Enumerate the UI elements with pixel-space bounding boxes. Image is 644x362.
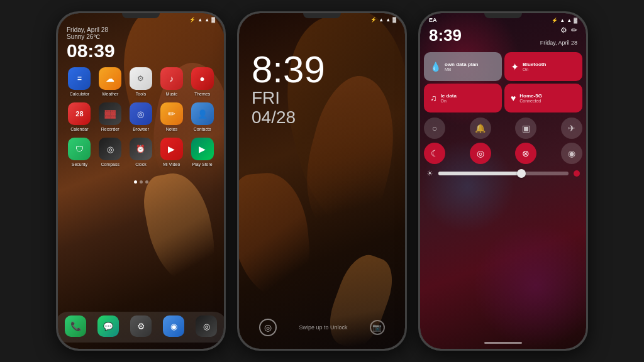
- phone2-screen: ⚡ ▲ ▲ ▓ 8:39 FRI 04/28 ◎ Swipe up to Unl…: [239, 13, 405, 349]
- tools-label: Tools: [136, 92, 146, 96]
- bluetooth-tile-icon: ✦: [511, 61, 519, 73]
- lock-camera-button[interactable]: 📷: [370, 320, 385, 335]
- app-tools[interactable]: ⚙ Tools: [127, 67, 155, 96]
- toggle-dnd[interactable]: ☾: [424, 143, 445, 164]
- dock-camera-icon: ◎: [196, 315, 217, 337]
- dock-phone[interactable]: 📞: [62, 315, 89, 339]
- wifi-tile[interactable]: ♥ Home-5G Connected: [504, 84, 582, 112]
- mivideo-label: Mi Video: [163, 162, 180, 167]
- mivideo-icon: ▶: [160, 138, 183, 160]
- dock-camera[interactable]: ◎: [192, 315, 220, 339]
- brightness-fill: [438, 172, 523, 175]
- dock-whatsapp[interactable]: 💬: [94, 315, 122, 339]
- mobile-data-tile[interactable]: ♫ le data On: [424, 84, 502, 112]
- cc-bluetooth-icon: ⚡: [552, 18, 558, 23]
- app-calendar[interactable]: 28 Calendar: [65, 102, 93, 131]
- app-notes[interactable]: ✏ Notes: [158, 102, 186, 131]
- signal-icon: ▲: [197, 17, 203, 23]
- lock-wifi-icon: ▲: [386, 17, 391, 23]
- cc-status-icons: ⚡ ▲ ▲ ▓: [552, 18, 577, 23]
- cc-time-row: 8:39 ⚙ ✏ Friday, April 28: [420, 25, 586, 50]
- security-icon: 🛡: [68, 138, 91, 160]
- brightness-control: ☀: [420, 165, 586, 182]
- data-title: own data plan: [445, 62, 496, 68]
- weather-icon: ☁: [99, 67, 121, 90]
- app-compass[interactable]: ◎ Compass: [96, 138, 124, 167]
- bluetooth-icon: ⚡: [189, 17, 196, 23]
- mobile-data-title: le data: [441, 93, 496, 99]
- recorder-icon: ▓▓: [99, 102, 121, 125]
- calendar-icon: 28: [68, 102, 91, 125]
- dot-1: [134, 180, 137, 184]
- app-security[interactable]: 🛡 Security: [65, 138, 93, 167]
- toggle-airplane[interactable]: ✈: [561, 118, 582, 139]
- notes-icon: ✏: [160, 102, 183, 125]
- toggle-vibrate[interactable]: ○: [424, 118, 445, 139]
- lock-day: FRI: [252, 89, 325, 108]
- cc-bg-blob-2: [473, 223, 586, 349]
- wifi-tile-icon: ♥: [511, 93, 516, 103]
- weather-label: Weather: [102, 92, 118, 96]
- app-browser[interactable]: ◎ Browser: [127, 102, 155, 131]
- clock-display: 08:39: [67, 40, 215, 61]
- data-text: own data plan MB: [445, 62, 496, 72]
- cc-battery-icon: ▓: [574, 18, 577, 23]
- battery-icon: ▓: [211, 17, 215, 23]
- dock-themes[interactable]: ◉: [160, 315, 187, 339]
- app-clock[interactable]: ⏰ Clock: [127, 138, 155, 167]
- slider-thumb[interactable]: [517, 169, 526, 178]
- dock-themes-icon: ◉: [163, 315, 184, 337]
- app-contacts[interactable]: 👤 Contacts: [189, 102, 216, 131]
- slider-end-indicator: [574, 170, 580, 177]
- app-mivideo[interactable]: ▶ Mi Video: [158, 138, 186, 167]
- compass-label: Compass: [101, 162, 119, 167]
- phone-3: EA ⚡ ▲ ▲ ▓ 8:39 ⚙ ✏ Friday, April 28: [418, 11, 588, 351]
- lock-signal-icon: ▲: [379, 17, 384, 23]
- music-icon: ♪: [160, 67, 183, 90]
- app-calculator[interactable]: = Calculator: [65, 67, 93, 96]
- dock-settings[interactable]: ⚙: [127, 315, 155, 339]
- app-grid: = Calculator ☁ Weather ⚙ Tools ♪ Music ●: [58, 62, 224, 178]
- brightness-slider[interactable]: [438, 172, 569, 175]
- fingerprint-button[interactable]: ◎: [259, 319, 277, 336]
- toggle-screen[interactable]: ▣: [515, 118, 536, 139]
- wifi-text: Home-5G Connected: [519, 93, 576, 104]
- cc-status-bar: EA ⚡ ▲ ▲ ▓: [420, 13, 586, 25]
- app-recorder[interactable]: ▓▓ Recorder: [96, 102, 124, 131]
- toggle-bell[interactable]: 🔔: [470, 118, 491, 139]
- lock-bottom-row: ◎ Swipe up to Unlock 📷: [259, 319, 385, 336]
- bluetooth-tile[interactable]: ✦ Bluetooth On: [504, 52, 582, 81]
- app-weather[interactable]: ☁ Weather: [96, 67, 124, 96]
- calculator-label: Calculator: [70, 92, 90, 96]
- toggle-nfc[interactable]: ⊗: [515, 143, 536, 164]
- app-themes[interactable]: ● Themes: [189, 67, 216, 96]
- playstore-icon: ▶: [191, 138, 214, 160]
- bluetooth-title: Bluetooth: [523, 62, 576, 68]
- lock-battery-icon: ▓: [392, 17, 396, 23]
- clock-icon: ⏰: [130, 138, 152, 160]
- cc-wifi-icon: ▲: [567, 18, 572, 23]
- phone-1: ⚡ ▲ ▲ ▓ Friday, April 28 Sunny 26℃ 08:39…: [56, 11, 226, 351]
- toggle-camera[interactable]: ◉: [561, 143, 582, 164]
- date-weather-widget: Friday, April 28 Sunny 26℃ 08:39: [58, 24, 224, 62]
- lock-bottom-controls: ◎ Swipe up to Unlock 📷: [259, 319, 385, 336]
- lock-status-icons: ⚡ ▲ ▲ ▓: [370, 17, 396, 23]
- data-plan-tile[interactable]: 💧 own data plan MB: [424, 52, 502, 81]
- app-dock: 📞 💬 ⚙ ◉ ◎: [58, 312, 224, 343]
- settings-icon[interactable]: ⚙: [560, 26, 567, 35]
- wifi-ssid: Home-5G: [519, 93, 576, 99]
- edit-icon[interactable]: ✏: [571, 26, 577, 35]
- swipe-hint: Swipe up to Unlock: [299, 324, 347, 331]
- app-playstore[interactable]: ▶ Play Store: [189, 138, 216, 167]
- wifi-status: Connected: [519, 99, 576, 103]
- phone3-screen: EA ⚡ ▲ ▲ ▓ 8:39 ⚙ ✏ Friday, April 28: [420, 13, 586, 349]
- lock-time-display: 8:39 FRI 04/28: [252, 51, 325, 128]
- dot-3: [145, 180, 148, 184]
- notes-label: Notes: [166, 127, 177, 131]
- app-row-2: 28 Calendar ▓▓ Recorder ◎ Browser ✏ Note…: [64, 102, 218, 131]
- app-music[interactable]: ♪ Music: [158, 67, 186, 96]
- cc-date-settings-row: ⚙ ✏ Friday, April 28: [540, 26, 577, 46]
- bluetooth-text: Bluetooth On: [523, 62, 576, 72]
- toggle-location[interactable]: ◎: [470, 143, 491, 164]
- dock-phone-icon: 📞: [65, 315, 86, 337]
